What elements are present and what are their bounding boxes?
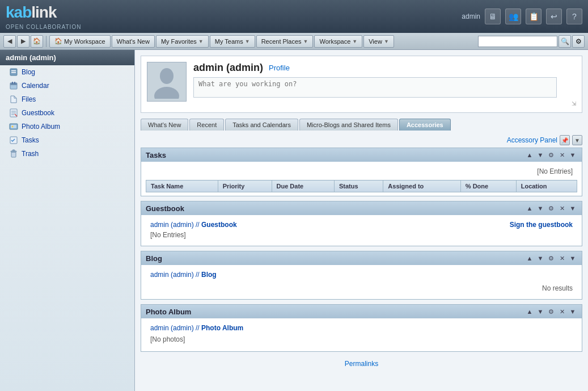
guestbook-path-text: admin (admin) //: [150, 221, 201, 229]
permalinks[interactable]: Permalinks: [141, 356, 582, 371]
home-btn[interactable]: 🏠: [31, 35, 43, 48]
tab-accessories[interactable]: Accessories: [399, 119, 451, 131]
guestbook-settings-btn[interactable]: ⚙: [547, 204, 556, 213]
tasks-table: Task Name Priority Due Date Status Assig…: [146, 180, 577, 192]
sidebar-item-guestbook[interactable]: Guestbook: [0, 106, 134, 120]
svg-rect-2: [11, 72, 16, 73]
tab-tasks-calendars[interactable]: Tasks and Calendars: [225, 119, 298, 131]
blog-path-link[interactable]: admin (admin) // Blog: [146, 268, 577, 281]
search-box: 🔍 ⚙: [478, 35, 585, 48]
photo-album-expand-btn[interactable]: ▼: [568, 307, 577, 316]
accessory-panel-label[interactable]: Accessory Panel: [507, 136, 557, 144]
tasks-col-name: Task Name: [146, 180, 218, 192]
guestbook-no-entries: [No Entries]: [146, 231, 577, 242]
sidebar-item-photo-album[interactable]: Photo Album: [0, 120, 134, 133]
guestbook-panel-header: Guestbook ▲ ▼ ⚙ ✕ ▼: [141, 201, 582, 215]
status-input[interactable]: [193, 77, 557, 98]
photo-album-path-link[interactable]: admin (admin) // Photo Album: [146, 322, 577, 334]
header-right: admin 🖥 👥 📋 ↩ ?: [462, 9, 582, 24]
my-workspace-btn[interactable]: 🏠 My Workspace: [49, 35, 111, 48]
admin-label: admin: [462, 12, 480, 20]
blog-path-prefix: admin (admin) //: [150, 271, 201, 279]
whats-new-btn[interactable]: What's New: [112, 35, 155, 48]
sidebar-label-files: Files: [22, 95, 36, 103]
tab-whats-new[interactable]: What's New: [141, 119, 188, 131]
guestbook-panel: Guestbook ▲ ▼ ⚙ ✕ ▼ admin (admin) // Gue…: [141, 201, 582, 246]
accessory-panel-header: Accessory Panel 📌 ▼: [141, 135, 582, 145]
blog-settings-btn[interactable]: ⚙: [547, 254, 556, 263]
sidebar-label-calendar: Calendar: [22, 82, 49, 90]
search-input[interactable]: [478, 36, 557, 47]
tab-recent[interactable]: Recent: [189, 119, 224, 131]
accessory-down-btn[interactable]: ▼: [572, 135, 582, 145]
photo-album-settings-btn[interactable]: ⚙: [547, 307, 556, 316]
sidebar-item-calendar[interactable]: Calendar: [0, 79, 134, 93]
clipboard-icon-btn[interactable]: 📋: [526, 9, 542, 24]
photo-album-panel-body: admin (admin) // Photo Album [No photos]: [141, 318, 582, 351]
tasks-close-btn[interactable]: ✕: [557, 150, 566, 159]
workspace-arrow: ▼: [352, 39, 357, 44]
photo-album-path-bold: Photo Album: [201, 324, 243, 332]
photo-album-close-btn[interactable]: ✕: [557, 307, 566, 316]
search-options-btn[interactable]: ⚙: [572, 35, 585, 48]
favorites-arrow: ▼: [198, 39, 204, 44]
avatar-icon: [153, 65, 181, 99]
tasks-col-priority: Priority: [218, 180, 272, 192]
svg-rect-1: [11, 70, 16, 72]
sidebar-label-guestbook: Guestbook: [22, 109, 54, 117]
profile-header: admin (admin) Profile ⇲: [141, 56, 582, 113]
tasks-settings-btn[interactable]: ⚙: [547, 150, 556, 159]
sidebar-label-tasks: Tasks: [22, 136, 39, 144]
blog-down-btn[interactable]: ▼: [536, 254, 545, 263]
people-icon-btn[interactable]: 👥: [505, 9, 521, 24]
blog-up-btn[interactable]: ▲: [525, 254, 534, 263]
tasks-up-btn[interactable]: ▲: [525, 150, 534, 159]
tasks-expand-btn[interactable]: ▼: [568, 150, 577, 159]
sidebar-item-files[interactable]: Files: [0, 93, 134, 106]
view-arrow: ▼: [384, 39, 389, 44]
guestbook-up-btn[interactable]: ▲: [525, 204, 534, 213]
guestbook-expand-btn[interactable]: ▼: [568, 204, 577, 213]
photo-album-up-btn[interactable]: ▲: [525, 307, 534, 316]
photo-album-no-photos: [No photos]: [146, 334, 577, 348]
back-btn[interactable]: ◀: [3, 35, 16, 48]
guestbook-down-btn[interactable]: ▼: [536, 204, 545, 213]
profile-name: admin (admin) Profile: [193, 62, 576, 74]
sign-guestbook-link[interactable]: Sign the guestbook: [510, 221, 573, 229]
search-button[interactable]: 🔍: [559, 35, 571, 48]
monitor-icon-btn[interactable]: 🖥: [485, 9, 501, 24]
my-favorites-btn[interactable]: My Favorites ▼: [156, 35, 209, 48]
blog-close-btn[interactable]: ✕: [557, 254, 566, 263]
view-btn[interactable]: View ▼: [363, 35, 394, 48]
guestbook-path-link[interactable]: admin (admin) // Guestbook: [150, 221, 237, 229]
accessory-pin-btn[interactable]: 📌: [560, 135, 570, 145]
tasks-down-btn[interactable]: ▼: [536, 150, 545, 159]
sidebar-item-trash[interactable]: Trash: [0, 147, 134, 161]
recent-places-btn[interactable]: Recent Places ▼: [256, 35, 314, 48]
guestbook-icon: [9, 108, 18, 117]
svg-rect-15: [11, 152, 16, 157]
tasks-panel-header: Tasks ▲ ▼ ⚙ ✕ ▼: [141, 148, 582, 162]
photo-album-down-btn[interactable]: ▼: [536, 307, 545, 316]
logo: kablink OPEN COLLABORATION: [6, 3, 81, 30]
exit-icon-btn[interactable]: ↩: [546, 9, 562, 24]
blog-expand-btn[interactable]: ▼: [568, 254, 577, 263]
sidebar-label-blog: Blog: [22, 68, 35, 76]
guestbook-close-btn[interactable]: ✕: [557, 204, 566, 213]
svg-rect-5: [12, 82, 13, 84]
sidebar-item-tasks[interactable]: Tasks: [0, 133, 134, 147]
help-icon-btn[interactable]: ?: [566, 9, 582, 24]
my-teams-btn[interactable]: My Teams ▼: [210, 35, 255, 48]
header: kablink OPEN COLLABORATION admin 🖥 👥 📋 ↩…: [0, 0, 588, 33]
tasks-panel-body: [No Entries] Task Name Priority Due Date…: [141, 162, 582, 196]
forward-btn[interactable]: ▶: [17, 35, 29, 48]
blog-panel-controls: ▲ ▼ ⚙ ✕ ▼: [525, 254, 577, 263]
guestbook-panel-body: admin (admin) // Guestbook Sign the gues…: [141, 215, 582, 246]
profile-link[interactable]: Profile: [269, 64, 290, 72]
sidebar-item-blog[interactable]: Blog: [0, 65, 134, 79]
tasks-col-location: Location: [516, 180, 577, 192]
photo-album-panel-controls: ▲ ▼ ⚙ ✕ ▼: [525, 307, 577, 316]
workspace-btn[interactable]: Workspace ▼: [314, 35, 362, 48]
photo-album-path-prefix: admin (admin) //: [150, 324, 201, 332]
tab-microblogs[interactable]: Micro-Blogs and Shared Items: [299, 119, 398, 131]
